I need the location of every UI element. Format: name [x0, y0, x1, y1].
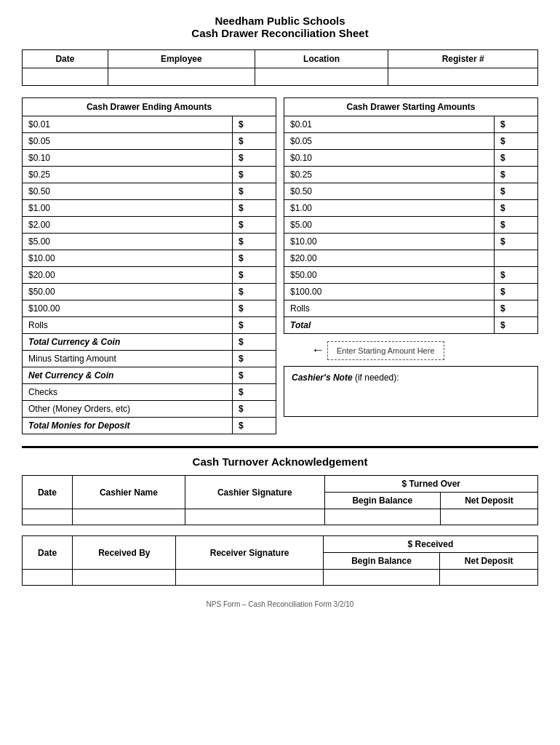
received-by-value[interactable]	[73, 570, 176, 586]
table-row: $0.05 $	[284, 133, 538, 150]
turnover-col-cashier-name: Cashier Name	[72, 476, 185, 509]
ending-dollar-minus[interactable]: $	[233, 351, 276, 367]
received-sig-value[interactable]	[176, 570, 323, 586]
table-row: $1.00 $	[284, 200, 538, 217]
ending-dollar-100[interactable]: $	[233, 200, 276, 217]
ending-dollar-rolls[interactable]: $	[233, 317, 276, 334]
starting-dollar-010[interactable]: $	[495, 150, 538, 167]
ending-label-001: $0.01	[23, 116, 233, 133]
turnover-col-cashier-sig: Cashier Signature	[185, 476, 325, 509]
ending-label-checks: Checks	[23, 384, 233, 401]
info-location-value[interactable]	[255, 68, 388, 86]
starting-dollar-050[interactable]: $	[495, 183, 538, 200]
received-col-receiver-sig: Receiver Signature	[176, 536, 323, 570]
starting-table-header: Cash Drawer Starting Amounts	[284, 98, 538, 116]
turnover-table: Date Cashier Name Cashier Signature $ Tu…	[22, 475, 538, 525]
acknowledgement-title: Cash Turnover Acknowledgement	[193, 455, 368, 468]
arrow-left-icon: ←	[311, 343, 324, 358]
info-header-employee: Employee	[108, 50, 255, 68]
table-row: $10.00 $	[23, 250, 276, 267]
table-row: $20.00	[284, 250, 538, 267]
table-row: $50.00 $	[284, 267, 538, 284]
school-name: Needham Public Schools	[22, 15, 538, 27]
ending-dollar-005[interactable]: $	[233, 133, 276, 150]
ending-label-other: Other (Money Orders, etc)	[23, 401, 233, 418]
ending-dollar-2000[interactable]: $	[233, 267, 276, 284]
table-row: Total $	[284, 317, 538, 334]
ending-dollar-025[interactable]: $	[233, 167, 276, 183]
starting-dollar-001[interactable]: $	[495, 116, 538, 133]
starting-dollar-10000[interactable]: $	[495, 284, 538, 300]
received-col-received-by: Received By	[73, 536, 176, 570]
starting-dollar-025[interactable]: $	[495, 167, 538, 183]
table-row	[23, 509, 538, 525]
starting-dollar-500[interactable]: $	[495, 217, 538, 234]
turnover-date-value[interactable]	[23, 509, 73, 525]
starting-label-005: $0.05	[284, 133, 495, 150]
ending-dollar-checks[interactable]: $	[233, 384, 276, 401]
starting-amount-box: Enter Starting Amount Here	[327, 341, 444, 360]
starting-dollar-100[interactable]: $	[495, 200, 538, 217]
cashier-note-box[interactable]: Cashier's Note (if needed):	[284, 366, 538, 417]
starting-dollar-total[interactable]: $	[495, 317, 538, 334]
ending-label-010: $0.10	[23, 150, 233, 167]
table-row: $20.00 $	[23, 267, 276, 284]
received-date-value[interactable]	[23, 570, 73, 586]
ending-dollar-other[interactable]: $	[233, 401, 276, 418]
ending-label-net-currency: Net Currency & Coin	[23, 367, 233, 384]
ending-label-minus: Minus Starting Amount	[23, 351, 233, 367]
ending-label-rolls: Rolls	[23, 317, 233, 334]
ending-dollar-5000[interactable]: $	[233, 284, 276, 300]
info-register-value[interactable]	[388, 68, 538, 86]
starting-amount-note-area: ← Enter Starting Amount Here	[284, 340, 538, 360]
drawer-amounts-section: Cash Drawer Ending Amounts $0.01 $ $0.05…	[22, 97, 538, 434]
table-row: $50.00 $	[23, 284, 276, 300]
turnover-net-deposit-value[interactable]	[441, 509, 538, 525]
table-row: $0.05 $	[23, 133, 276, 150]
ending-label-2000: $20.00	[23, 267, 233, 284]
turnover-cashier-sig-value[interactable]	[185, 509, 325, 525]
starting-dollar-2000[interactable]	[495, 250, 538, 267]
ending-table: Cash Drawer Ending Amounts $0.01 $ $0.05…	[22, 97, 276, 434]
turnover-begin-balance-value[interactable]	[324, 509, 441, 525]
ending-amounts-col: Cash Drawer Ending Amounts $0.01 $ $0.05…	[22, 97, 276, 434]
ending-dollar-010[interactable]: $	[233, 150, 276, 167]
cashier-note-label: Cashier's Note	[292, 372, 353, 383]
ending-dollar-001[interactable]: $	[233, 116, 276, 133]
turnover-col-turned-over: $ Turned Over	[324, 476, 537, 493]
ending-dollar-200[interactable]: $	[233, 217, 276, 234]
ending-label-100: $1.00	[23, 200, 233, 217]
starting-dollar-rolls[interactable]: $	[495, 300, 538, 317]
starting-dollar-005[interactable]: $	[495, 133, 538, 150]
starting-amounts-col: Cash Drawer Starting Amounts $0.01 $ $0.…	[284, 97, 538, 434]
received-col-received: $ Received	[323, 536, 537, 553]
received-net-deposit-value[interactable]	[440, 570, 538, 586]
ending-dollar-050[interactable]: $	[233, 183, 276, 200]
received-begin-balance-value[interactable]	[323, 570, 439, 586]
table-row: $5.00 $	[284, 217, 538, 234]
info-employee-value[interactable]	[108, 68, 255, 86]
table-row: $5.00 $	[23, 234, 276, 250]
table-row: $1.00 $	[23, 200, 276, 217]
ending-dollar-total-currency[interactable]: $	[233, 334, 276, 351]
starting-dollar-5000[interactable]: $	[495, 267, 538, 284]
table-row: Total Monies for Deposit $	[23, 418, 276, 434]
ending-dollar-1000[interactable]: $	[233, 250, 276, 267]
ending-label-5000: $50.00	[23, 284, 233, 300]
starting-dollar-1000[interactable]: $	[495, 234, 538, 250]
ending-dollar-net-currency[interactable]: $	[233, 367, 276, 384]
info-date-value[interactable]	[23, 68, 108, 86]
ending-dollar-10000[interactable]: $	[233, 300, 276, 317]
table-row: $0.01 $	[284, 116, 538, 133]
ending-label-500: $5.00	[23, 234, 233, 250]
starting-label-500: $5.00	[284, 217, 495, 234]
ending-dollar-500[interactable]: $	[233, 234, 276, 250]
table-row: $0.25 $	[23, 167, 276, 183]
starting-label-010: $0.10	[284, 150, 495, 167]
ending-label-050: $0.50	[23, 183, 233, 200]
acknowledgement-header: Cash Turnover Acknowledgement	[22, 455, 538, 468]
turnover-cashier-name-value[interactable]	[72, 509, 185, 525]
ending-dollar-total-monies[interactable]: $	[233, 418, 276, 434]
table-row: $0.25 $	[284, 167, 538, 183]
received-col-net-deposit: Net Deposit	[440, 553, 538, 570]
